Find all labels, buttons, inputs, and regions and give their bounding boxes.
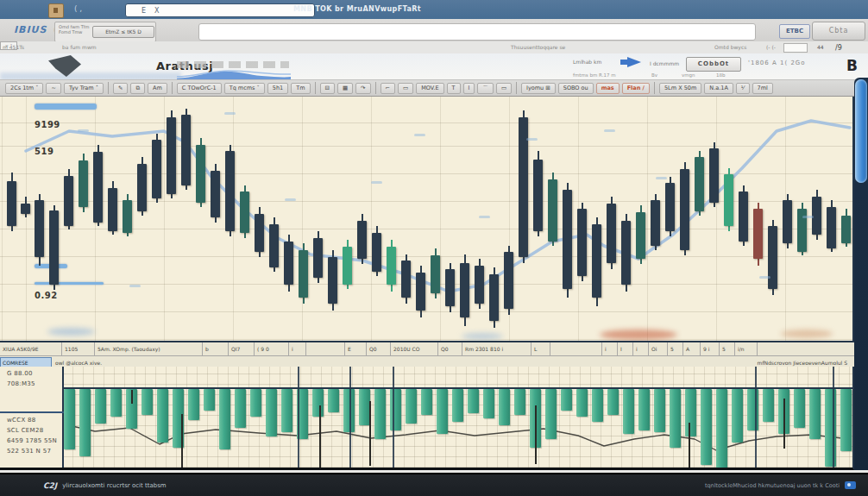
- volume-bar[interactable]: [374, 389, 386, 439]
- volume-bar[interactable]: [235, 389, 246, 428]
- candlestick[interactable]: [533, 160, 543, 231]
- panel-header-cell[interactable]: b: [203, 342, 229, 355]
- candlestick[interactable]: [21, 204, 30, 214]
- candlestick[interactable]: [841, 216, 851, 243]
- candlestick[interactable]: [343, 247, 352, 285]
- volume-bar[interactable]: [219, 389, 230, 449]
- volume-bar[interactable]: [312, 389, 324, 417]
- chart-toolbar-button[interactable]: mas: [596, 83, 620, 94]
- volume-bar[interactable]: [64, 389, 75, 449]
- chart-blue-marker[interactable]: [35, 282, 104, 285]
- chart-toolbar-button[interactable]: ▭: [496, 83, 512, 94]
- candlestick[interactable]: [695, 157, 704, 211]
- panel-header-cell[interactable]: QI7: [229, 342, 255, 355]
- tab-button-group[interactable]: EtmZ ≤ tK5 D: [92, 26, 154, 38]
- volume-bar[interactable]: [732, 389, 743, 443]
- candlestick[interactable]: [753, 209, 763, 259]
- candlestick[interactable]: [621, 221, 631, 285]
- volume-bar[interactable]: [763, 389, 774, 422]
- candlestick[interactable]: [357, 221, 367, 259]
- volume-bar[interactable]: [95, 389, 106, 424]
- volume-bar[interactable]: [716, 389, 727, 470]
- candlestick[interactable]: [372, 233, 381, 272]
- candlestick[interactable]: [651, 200, 660, 246]
- volume-bar[interactable]: [468, 389, 479, 413]
- chart-toolbar-button[interactable]: N.a.1A: [704, 83, 733, 94]
- candlestick[interactable]: [328, 257, 337, 304]
- vertical-scrollbar-thumb[interactable]: [855, 79, 867, 183]
- panel-header-cell[interactable]: i: [633, 342, 649, 355]
- candlestick[interactable]: [783, 200, 792, 243]
- candlestick-chart[interactable]: 91995190.92: [0, 97, 854, 341]
- header-action-button[interactable]: CObbOt: [686, 57, 741, 72]
- volume-bar[interactable]: [328, 389, 339, 412]
- volume-bar[interactable]: [421, 389, 432, 415]
- chart-toolbar-button[interactable]: ⊟: [320, 83, 335, 94]
- candlestick[interactable]: [504, 252, 513, 309]
- chart-toolbar-button[interactable]: 5h1: [267, 83, 288, 94]
- panel-header-cell[interactable]: 5: [720, 342, 735, 355]
- panel-header-cell[interactable]: [550, 342, 602, 355]
- panel-header-cell[interactable]: 5: [668, 342, 683, 355]
- volume-bar[interactable]: [157, 389, 168, 443]
- chart-toolbar-button[interactable]: Tm: [291, 83, 310, 94]
- volume-bar[interactable]: [79, 389, 91, 456]
- panel-header-cell[interactable]: [306, 342, 345, 355]
- panel-header-cell[interactable]: i: [289, 342, 306, 355]
- candlestick[interactable]: [137, 164, 147, 211]
- volume-bar[interactable]: [654, 389, 665, 432]
- chart-toolbar-button[interactable]: 2Cs 1tm ˅: [5, 83, 43, 94]
- chart-toolbar-button[interactable]: Am: [148, 83, 167, 94]
- volume-panel[interactable]: G 88.00708:M35 wCCX 88SCL CEM286459 1785…: [0, 367, 854, 470]
- volume-bar[interactable]: [576, 389, 588, 417]
- chart-toolbar-button[interactable]: Iyomu ⊞: [521, 83, 556, 94]
- chart-toolbar-button[interactable]: ⧉: [130, 83, 145, 94]
- chart-toolbar-button[interactable]: ⌐: [381, 83, 395, 94]
- chart-toolbar-button[interactable]: ↷: [355, 83, 370, 94]
- candlestick[interactable]: [431, 255, 440, 293]
- panel-header-cell[interactable]: 2010U CO: [391, 342, 438, 355]
- candlestick[interactable]: [827, 207, 836, 248]
- volume-bar[interactable]: [188, 389, 199, 420]
- candlestick[interactable]: [284, 242, 293, 285]
- candlestick[interactable]: [108, 188, 117, 231]
- candlestick[interactable]: [548, 179, 557, 242]
- volume-bar[interactable]: [561, 389, 572, 411]
- candlestick[interactable]: [401, 261, 411, 298]
- candlestick[interactable]: [665, 183, 675, 231]
- volume-bar[interactable]: [545, 389, 557, 439]
- candlestick[interactable]: [768, 226, 777, 289]
- candlestick[interactable]: [64, 176, 73, 226]
- volume-bar[interactable]: [483, 389, 494, 418]
- candlestick[interactable]: [724, 174, 733, 226]
- panel-header-cell[interactable]: Rm 2301 810 i: [462, 342, 531, 355]
- panel-header-cell[interactable]: L: [531, 342, 550, 355]
- candlestick[interactable]: [460, 263, 469, 317]
- chart-toolbar-button[interactable]: Flan /: [622, 83, 650, 94]
- volume-bar[interactable]: [281, 389, 292, 432]
- candlestick[interactable]: [313, 238, 323, 278]
- panel-header-cell[interactable]: 5Am. XOmp. (Taoudaxy): [95, 342, 203, 355]
- chart-toolbar-button[interactable]: Tyv Tram ˄: [64, 83, 104, 94]
- cpta-button[interactable]: Cbta: [812, 22, 865, 41]
- etc-button[interactable]: ETBC: [779, 24, 810, 39]
- chart-toolbar-button[interactable]: ⌒: [477, 83, 494, 94]
- panel-header-cell[interactable]: E: [345, 342, 367, 355]
- panel-header-cell[interactable]: Oi: [649, 342, 668, 355]
- volume-bar[interactable]: [514, 389, 525, 415]
- panel-header-cell[interactable]: 1105: [62, 342, 95, 355]
- volume-bar[interactable]: [794, 389, 805, 428]
- candlestick[interactable]: [563, 190, 572, 289]
- volume-bar[interactable]: [825, 389, 836, 467]
- volume-bar[interactable]: [747, 389, 758, 430]
- chart-toolbar-button[interactable]: ~: [46, 83, 60, 94]
- chart-toolbar-button[interactable]: ▦: [337, 83, 353, 94]
- candlestick[interactable]: [225, 151, 235, 231]
- candlestick[interactable]: [475, 266, 484, 304]
- panel-header-cell[interactable]: Q0: [438, 342, 462, 355]
- candlestick[interactable]: [489, 274, 499, 321]
- candlestick[interactable]: [49, 210, 59, 285]
- chart-toolbar-button[interactable]: 7ml: [752, 83, 773, 94]
- volume-bar[interactable]: [607, 389, 619, 415]
- volume-bar[interactable]: [406, 389, 417, 424]
